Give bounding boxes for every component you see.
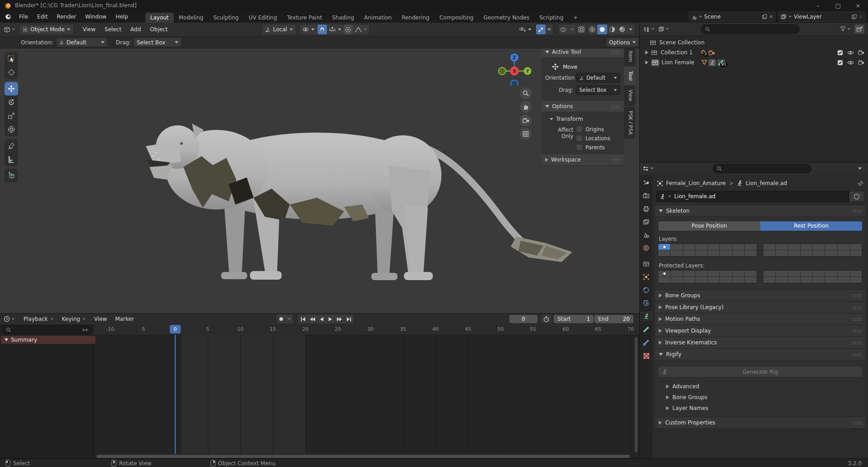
playback-menu[interactable]: Playback [19, 316, 58, 322]
horizontal-scrollbar[interactable] [96, 455, 630, 458]
layer-cell[interactable] [658, 244, 671, 250]
material-preview-button[interactable] [607, 24, 617, 34]
editor-type-button[interactable] [4, 26, 15, 33]
copy-icon[interactable] [762, 14, 767, 19]
layer-cell[interactable] [838, 244, 850, 250]
panel-grip[interactable]: :::: [853, 340, 862, 345]
scene-clear-button[interactable]: × [769, 14, 773, 20]
layer-cell[interactable] [695, 250, 708, 257]
layer-cell[interactable] [838, 271, 850, 277]
viewport-menu-item[interactable]: Object [145, 26, 172, 33]
layer-cell[interactable] [801, 250, 813, 257]
n-panel-tab[interactable]: Tool [624, 67, 635, 85]
properties-search-input[interactable] [713, 164, 811, 173]
panel-grip[interactable]: :::: [853, 293, 862, 298]
falloff-dropdown[interactable] [353, 24, 369, 34]
n-panel-tab[interactable]: View [624, 86, 635, 105]
layer-cell[interactable] [658, 250, 671, 257]
layer-cell[interactable] [683, 244, 695, 250]
panel-grip[interactable]: :::: [853, 329, 862, 334]
np-drag-dropdown[interactable]: Select Box [576, 85, 620, 95]
layer-cell[interactable] [745, 271, 757, 277]
measure-tool[interactable] [5, 152, 18, 166]
disable-render-camera-icon[interactable] [858, 50, 864, 55]
outliner-row-scene-collection[interactable]: Scene Collection [640, 38, 868, 48]
tab-tool[interactable] [641, 178, 652, 186]
breadcrumb-object[interactable]: Female_Lion_Amature [666, 180, 726, 186]
layer-cell[interactable] [776, 271, 788, 277]
mode-dropdown[interactable]: Object Mode [19, 24, 74, 35]
outliner-search-input[interactable] [701, 24, 800, 34]
layer-cell[interactable] [838, 250, 850, 257]
use-preview-range-toggle[interactable] [542, 315, 551, 323]
layer-cell[interactable] [763, 244, 776, 250]
layer-cell[interactable] [695, 244, 708, 250]
checkbox[interactable] [576, 126, 583, 133]
layer-cell[interactable] [838, 277, 850, 283]
workspace-tab[interactable]: Sculpting [208, 13, 244, 23]
layer-cell[interactable] [788, 250, 801, 257]
layer-cell[interactable] [745, 250, 757, 257]
xray-toggle[interactable] [576, 24, 587, 35]
outliner-filter-button[interactable] [840, 26, 851, 32]
layer-cell[interactable] [825, 250, 837, 257]
affect-only-option[interactable]: Locations [576, 135, 610, 142]
view-layer-selector[interactable]: ViewLayer × [778, 12, 865, 22]
collapsed-panel-header[interactable]: Bone Groups :::: [655, 290, 865, 301]
layer-cell[interactable] [720, 250, 732, 257]
layer-cell[interactable] [671, 244, 683, 250]
layer-cell[interactable] [825, 277, 837, 283]
layer-cell[interactable] [671, 271, 683, 277]
new-collection-button[interactable] [854, 24, 864, 33]
workspace-tab[interactable]: Scripting [534, 13, 568, 23]
gizmo-dropdown[interactable] [546, 24, 553, 34]
hide-eye-icon[interactable] [847, 60, 854, 65]
layer-cell[interactable] [733, 271, 745, 277]
layer-cell[interactable] [801, 244, 813, 250]
layer-cell[interactable] [801, 277, 813, 283]
tool-drag-dropdown[interactable]: Select Box [134, 38, 182, 47]
affect-only-option[interactable]: Origins [576, 126, 610, 133]
checkbox[interactable] [576, 144, 583, 151]
show-object-types-dropdown[interactable] [519, 26, 532, 33]
layer-cell[interactable] [733, 250, 745, 257]
jump-to-start-button[interactable] [298, 314, 308, 324]
panel-grip[interactable]: :::: [611, 104, 620, 109]
play-reverse-button[interactable] [317, 314, 326, 324]
tool-orientation-dropdown[interactable]: Default [56, 38, 108, 47]
layer-cell[interactable] [813, 250, 825, 257]
overlays-dropdown[interactable] [569, 24, 576, 34]
layer-cell[interactable] [720, 244, 732, 250]
panel-grip[interactable]: :::: [853, 305, 862, 310]
workspace-tab[interactable]: Modeling [174, 13, 209, 23]
disable-render-camera-icon[interactable] [858, 60, 864, 65]
layer-cell[interactable] [763, 250, 776, 257]
workspace-tab[interactable]: Geometry Nodes [479, 13, 534, 23]
affect-only-option[interactable]: Parents [576, 144, 610, 151]
tab-bone-constraint[interactable] [641, 338, 652, 347]
panel-grip[interactable]: :::: [853, 209, 862, 214]
layer-cell[interactable] [763, 271, 776, 277]
layer-cell[interactable] [720, 277, 732, 283]
wireframe-shading-button[interactable] [587, 24, 597, 34]
layer-cell[interactable] [788, 277, 801, 283]
layer-cell[interactable] [813, 244, 825, 250]
skeleton-panel-header[interactable]: Skeleton :::: [655, 205, 865, 216]
blender-menu-icon[interactable] [5, 14, 12, 20]
hide-eye-icon[interactable] [847, 50, 854, 55]
rigify-sub-panel-header[interactable]: Advanced [658, 381, 863, 392]
layer-cell[interactable] [850, 250, 862, 257]
layer-cell[interactable] [776, 277, 788, 283]
menu-item[interactable]: Window [81, 14, 111, 20]
rigify-sub-panel-header[interactable]: Bone Groups [658, 392, 863, 403]
move-tool[interactable] [5, 82, 18, 95]
pivot-point-dropdown[interactable] [300, 24, 317, 35]
proportional-edit-toggle[interactable] [343, 24, 353, 34]
auto-keying-dropdown[interactable] [286, 314, 293, 324]
layer-cell[interactable] [788, 244, 801, 250]
tab-object[interactable] [641, 273, 652, 281]
rotate-tool[interactable] [5, 95, 18, 109]
viewport-menu-item[interactable]: Select [100, 26, 126, 33]
close-button[interactable]: × [848, 2, 868, 9]
timeline-editor-button[interactable] [4, 316, 15, 322]
